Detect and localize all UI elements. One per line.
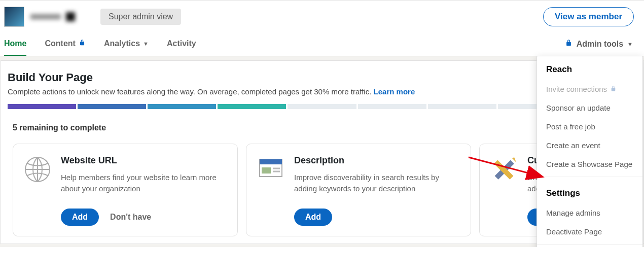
globe-icon bbox=[23, 155, 52, 184]
lock-icon bbox=[79, 39, 86, 48]
admin-tools-menu[interactable]: Admin tools ▼ bbox=[565, 39, 633, 49]
task-card-description: Description Improve discoverability in s… bbox=[246, 144, 471, 236]
tabs: Home Content Analytics ▼ Activity Admin … bbox=[0, 32, 644, 56]
tab-home[interactable]: Home bbox=[4, 32, 26, 56]
chevron-down-icon: ▼ bbox=[627, 41, 633, 47]
svg-rect-4 bbox=[260, 159, 282, 164]
menu-post-free-job[interactable]: Post a free job bbox=[537, 117, 642, 136]
add-button[interactable]: Add bbox=[294, 209, 332, 226]
menu-create-event[interactable]: Create an event bbox=[537, 136, 642, 155]
tab-content[interactable]: Content bbox=[45, 32, 85, 56]
tab-content-label: Content bbox=[45, 39, 75, 48]
pencil-ruler-icon bbox=[490, 155, 518, 184]
lock-icon bbox=[610, 85, 617, 93]
task-desc: Improve discoverability in search result… bbox=[294, 172, 460, 194]
learn-more-link[interactable]: Learn more bbox=[374, 87, 415, 96]
avatar[interactable] bbox=[4, 7, 24, 27]
menu-invite-connections: Invite connections bbox=[537, 80, 642, 98]
document-icon bbox=[257, 155, 285, 184]
svg-rect-5 bbox=[262, 167, 271, 174]
menu-sponsor-update[interactable]: Sponsor an update bbox=[537, 98, 642, 117]
task-title: Website URL bbox=[61, 155, 227, 166]
menu-manage-admins[interactable]: Manage admins bbox=[537, 203, 642, 222]
tab-activity[interactable]: Activity bbox=[167, 32, 196, 56]
dropdown-section-settings: Settings bbox=[537, 180, 642, 203]
svg-marker-10 bbox=[512, 157, 516, 162]
lock-icon bbox=[565, 39, 573, 49]
view-as-member-button[interactable]: View as member bbox=[543, 7, 634, 26]
add-button[interactable]: Add bbox=[61, 209, 99, 226]
admin-tools-dropdown: Reach Invite connections Sponsor an upda… bbox=[536, 56, 643, 247]
org-name bbox=[30, 12, 75, 21]
task-card-website: Website URL Help members find your websi… bbox=[13, 144, 238, 236]
chevron-down-icon: ▼ bbox=[143, 41, 149, 47]
task-title: Description bbox=[294, 155, 460, 166]
dont-have-link[interactable]: Don't have bbox=[110, 213, 151, 222]
tab-analytics[interactable]: Analytics ▼ bbox=[104, 32, 149, 56]
page-header: Super admin view View as member bbox=[0, 1, 644, 32]
menu-create-showcase-page[interactable]: Create a Showcase Page bbox=[537, 155, 642, 174]
task-desc: Help members find your website to learn … bbox=[61, 172, 227, 194]
admin-tools-label: Admin tools bbox=[577, 40, 623, 49]
tab-analytics-label: Analytics bbox=[104, 39, 140, 48]
dropdown-section-reach: Reach bbox=[537, 56, 642, 80]
menu-deactivate-page[interactable]: Deactivate Page bbox=[537, 222, 642, 241]
role-chip: Super admin view bbox=[100, 9, 181, 25]
